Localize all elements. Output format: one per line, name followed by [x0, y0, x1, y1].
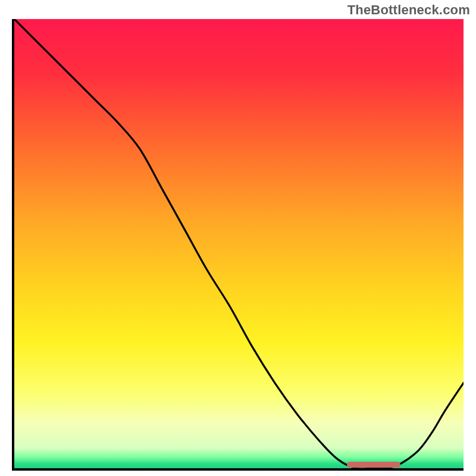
bottleneck-curve [14, 19, 464, 468]
chart-stage: TheBottleneck.com [0, 0, 476, 476]
min-bottleneck-marker [347, 462, 401, 468]
plot-area [14, 19, 464, 468]
attribution-label: TheBottleneck.com [347, 2, 470, 18]
plot-axes [12, 19, 464, 471]
